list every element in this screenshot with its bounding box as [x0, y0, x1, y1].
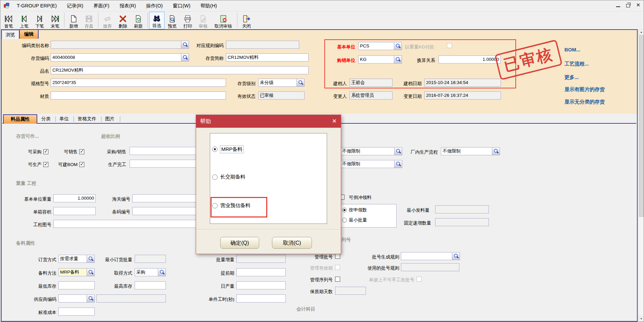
next-record-button[interactable]: 下笔 [32, 12, 47, 29]
menu-item-app[interactable]: T-GROUP ERP(E) [12, 0, 62, 11]
menu-item-operation[interactable]: 操作(O) [141, 0, 168, 11]
menu-item-interface[interactable]: 界面(F) [88, 0, 114, 11]
bom-link[interactable]: BOM... [564, 47, 581, 52]
purchasable-checkbox[interactable] [43, 149, 48, 154]
conversion-field[interactable]: 1.00000 [439, 55, 501, 64]
long-lead-prep-label[interactable]: 长交期备料 [220, 174, 245, 180]
preview-button[interactable]: 预览 [165, 12, 180, 29]
mrp-prep-label[interactable]: MRP备料 [220, 146, 243, 153]
vertical-scrollbar[interactable]: ▲ ▼ [638, 29, 644, 322]
manage-batch-checkbox[interactable] [335, 254, 340, 259]
spec-model-field[interactable]: 250*240*35 [51, 79, 226, 87]
base-unit-weight-field[interactable]: 1.00000 [53, 194, 96, 202]
process-flow-link[interactable]: 工艺流程... [564, 61, 589, 67]
inventory-level-field[interactable]: 未分级 [258, 79, 305, 87]
subtab-item-properties[interactable]: 料品属性 [3, 114, 37, 124]
lookup-icon[interactable] [87, 269, 94, 276]
scrollbar-thumb[interactable] [639, 35, 644, 217]
factory-flow-field[interactable]: 不做限制 [441, 147, 500, 155]
first-record-button[interactable]: 首笔 [1, 12, 16, 29]
sellable-checkbox[interactable] [79, 149, 84, 154]
close-window-button[interactable]: ✕ [636, 2, 640, 8]
cancel-button[interactable]: 取消(C) [272, 237, 312, 249]
batch-rule-label: 批号生成规则 [371, 253, 399, 261]
menu-item-help[interactable]: 帮助(H) [195, 0, 222, 11]
min-batch-radio[interactable] [342, 218, 347, 223]
lookup-icon[interactable] [181, 41, 189, 48]
menu-item-record[interactable]: 记录(R) [62, 0, 88, 11]
minimize-button[interactable] [616, 6, 620, 7]
more-link[interactable]: 更多... [564, 74, 579, 81]
ok-button[interactable]: 确定(Q) [220, 237, 259, 249]
daily-output-field[interactable] [236, 281, 286, 289]
last-record-button[interactable]: 末笔 [47, 12, 63, 29]
lookup-icon[interactable] [87, 295, 94, 302]
can-bom-checkbox[interactable] [79, 162, 84, 167]
delete-button[interactable]: 删除 [115, 12, 131, 29]
prep-method-field[interactable]: MRP备料 [58, 268, 95, 276]
subtab-qualification[interactable]: 资格文件 [78, 116, 96, 122]
menu-item-window[interactable]: 窗口(W) [168, 0, 195, 11]
lookup-icon[interactable] [452, 252, 460, 260]
acquire-mode-field[interactable]: 采购 [135, 268, 166, 276]
trade-unit-field[interactable]: KG [358, 55, 402, 64]
purchase-sales-field[interactable] [130, 147, 197, 155]
material-field[interactable] [51, 91, 226, 99]
prev-record-button[interactable]: 上笔 [16, 12, 32, 29]
help-dialog: 帮助 ✕ MRP备料 长交期备料 营业预估备料 确定(Q) 取消(C) [196, 115, 341, 254]
producible-checkbox[interactable] [43, 162, 48, 167]
product-name-field[interactable]: CR12MOV精料 [51, 66, 309, 74]
long-lead-prep-radio[interactable] [212, 174, 218, 180]
manage-serial-checkbox[interactable] [335, 277, 340, 282]
show-with-images-link[interactable]: 显示有图片的存货 [564, 86, 605, 93]
min-stock-field[interactable] [58, 281, 95, 289]
tab-browse[interactable]: 浏览 [2, 30, 19, 39]
scroll-up-icon[interactable]: ▲ [639, 29, 644, 35]
cancel-audit-button[interactable]: 取消审核 [211, 12, 236, 29]
lookup-icon[interactable] [394, 160, 402, 168]
by-request-radio[interactable] [342, 208, 347, 212]
mrp-prep-radio[interactable] [212, 147, 218, 152]
max-stock-field[interactable] [135, 281, 166, 289]
new-button[interactable]: 新增 [66, 12, 81, 29]
unit-hours-field[interactable] [236, 294, 286, 303]
inventory-code-field[interactable]: 400400008 [51, 53, 189, 62]
order-mode-field[interactable]: 按需求量 [58, 255, 95, 263]
subtab-image[interactable]: 图片 [105, 116, 114, 122]
std-cost-field[interactable] [58, 308, 95, 316]
rule-code-field[interactable] [226, 41, 299, 49]
production-done-field[interactable] [130, 160, 197, 168]
lead-time-field[interactable] [236, 268, 286, 276]
lookup-icon[interactable] [158, 269, 166, 276]
filter-button[interactable]: 筛选 [149, 12, 165, 29]
lookup-icon[interactable] [492, 148, 500, 155]
limit-dropdown-2[interactable]: 不做限制 [340, 160, 402, 168]
inventory-abbr-field[interactable]: CR12MOV精料 [226, 53, 309, 62]
lookup-icon[interactable] [87, 255, 94, 263]
close-form-button[interactable]: 关闭 [239, 12, 254, 29]
barcode-field[interactable] [132, 207, 197, 215]
scroll-down-icon[interactable]: ▼ [639, 316, 644, 322]
subtab-unit[interactable]: 单位 [59, 116, 69, 122]
lookup-icon[interactable] [181, 54, 189, 61]
box-volume-field[interactable] [53, 207, 96, 215]
lookup-icon[interactable] [394, 148, 402, 155]
refresh-button[interactable]: 刷新 [131, 12, 146, 29]
code-category-field[interactable] [51, 41, 189, 49]
restore-button[interactable] [626, 4, 630, 7]
lookup-icon[interactable] [394, 56, 402, 63]
base-unit-field[interactable]: PCS [358, 42, 402, 50]
supplier-code-field[interactable] [58, 294, 95, 303]
show-unclassified-link[interactable]: 显示无分类的存货 [564, 99, 605, 105]
customs-code-field[interactable] [132, 194, 197, 202]
tab-edit[interactable]: 编辑 [19, 29, 39, 39]
lookup-icon[interactable] [394, 42, 402, 50]
lookup-icon[interactable] [296, 79, 304, 86]
subtab-category[interactable]: 分类 [41, 116, 51, 122]
drawing-no-field[interactable] [53, 220, 197, 228]
batch-rule-field[interactable] [401, 252, 460, 260]
menu-item-report[interactable]: 报表(R) [114, 0, 141, 11]
limit-dropdown-1[interactable]: 不做限制 [340, 147, 402, 155]
print-button[interactable]: 打印 [180, 12, 195, 29]
dialog-close-icon[interactable]: ✕ [332, 115, 337, 128]
